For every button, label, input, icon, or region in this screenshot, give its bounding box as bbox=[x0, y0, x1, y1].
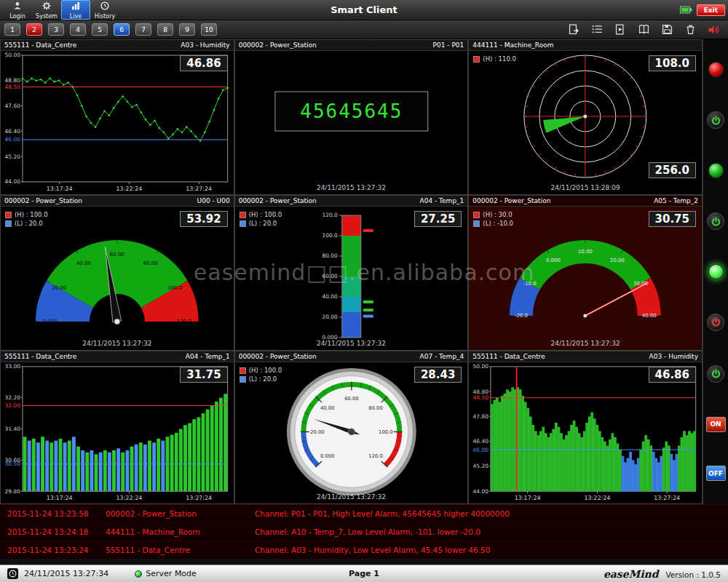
legend-row: (L) : 20.0 bbox=[240, 375, 282, 383]
page-button-5[interactable]: 5 bbox=[92, 23, 108, 36]
toolbar-button-system[interactable]: System bbox=[32, 0, 61, 20]
action-icon-row bbox=[566, 23, 724, 36]
value-readout: 46.86 bbox=[180, 55, 227, 71]
save-icon[interactable] bbox=[660, 23, 674, 36]
page-button-10[interactable]: 10 bbox=[201, 23, 217, 36]
export-icon[interactable] bbox=[566, 23, 581, 36]
page-button-3[interactable]: 3 bbox=[48, 23, 64, 36]
svg-text:-20.0: -20.0 bbox=[515, 313, 528, 319]
toolbar-button-live[interactable]: Live bbox=[61, 0, 90, 20]
panel-2[interactable]: 000002 - Power_StationP01 - P01456456452… bbox=[234, 39, 469, 195]
svg-text:13:27:24: 13:27:24 bbox=[654, 495, 681, 501]
legend-row: (H) : 100.0 bbox=[240, 211, 282, 218]
alarm-row[interactable]: 2015-11-24 13:23:24555111 - Data_CentreC… bbox=[0, 541, 728, 559]
legend-label: (L) : 20.0 bbox=[15, 220, 43, 227]
toolbar-button-label: System bbox=[36, 13, 58, 20]
power-button-2[interactable] bbox=[707, 212, 724, 230]
panel-4[interactable]: 000002 - Power_StationU00 - U000.00020.0… bbox=[0, 195, 234, 351]
panel-station-label: 000002 - Power_Station bbox=[472, 197, 550, 204]
power-button-3[interactable] bbox=[707, 365, 724, 383]
svg-text:-10.0: -10.0 bbox=[523, 281, 537, 287]
digital-chart: 45645645 bbox=[235, 51, 468, 194]
svg-text:0.000: 0.000 bbox=[320, 453, 334, 459]
svg-text:60.00: 60.00 bbox=[322, 273, 338, 279]
svg-text:13:22:24: 13:22:24 bbox=[585, 495, 611, 501]
svg-text:13:17:24: 13:17:24 bbox=[47, 495, 73, 501]
toolbar-button-history[interactable]: History bbox=[90, 0, 119, 20]
toolbar-button-label: Login bbox=[9, 13, 25, 20]
svg-text:20.00: 20.00 bbox=[610, 258, 625, 263]
svg-text:33.00: 33.00 bbox=[5, 363, 21, 370]
panel-channel-label: P01 - P01 bbox=[433, 41, 464, 49]
svg-text:46.00: 46.00 bbox=[5, 136, 21, 143]
panel-3[interactable]: 444111 - Machine_Room(H) : 110.0108.0256… bbox=[468, 39, 703, 195]
svg-text:48.80: 48.80 bbox=[473, 388, 489, 395]
page-button-7[interactable]: 7 bbox=[135, 23, 151, 36]
value-readout: 31.75 bbox=[180, 367, 227, 383]
trash-icon[interactable] bbox=[683, 23, 697, 36]
off-button[interactable]: OFF bbox=[706, 466, 726, 481]
book-icon[interactable] bbox=[636, 23, 651, 36]
panel-station-label: 000002 - Power_Station bbox=[239, 353, 317, 360]
page-button-8[interactable]: 8 bbox=[157, 23, 173, 36]
exit-button[interactable]: Exit bbox=[697, 4, 725, 16]
value-readout: 108.0 bbox=[649, 55, 696, 71]
alarm-row[interactable]: 2015-11-24 13:24:18444111 - Machine_Room… bbox=[0, 523, 728, 541]
version-label: Version : 1.0.5 bbox=[665, 570, 721, 579]
legend-swatch bbox=[473, 220, 480, 227]
panel-channel-label: A05 - Temp_2 bbox=[654, 197, 698, 204]
svg-text:45645645: 45645645 bbox=[300, 100, 403, 122]
legend-row: (L) : 20.0 bbox=[240, 220, 282, 227]
indicator-green-button[interactable] bbox=[708, 163, 724, 178]
toolbar-button-login[interactable]: Login bbox=[3, 0, 32, 20]
panel-station-label: 000002 - Power_Station bbox=[239, 41, 317, 49]
panel-legend: (H) : 100.0(L) : 20.0 bbox=[240, 211, 282, 227]
power-button-1[interactable] bbox=[707, 111, 724, 129]
legend-swatch bbox=[473, 56, 480, 63]
panel-5[interactable]: 000002 - Power_StationA04 - Temp_1120.01… bbox=[234, 195, 469, 351]
panel-9[interactable]: 555111 - Data_CentreA03 - Humidity48.504… bbox=[468, 351, 703, 504]
panel-1[interactable]: 555111 - Data_CentreA03 - Humidity48.504… bbox=[0, 39, 234, 195]
history-icon bbox=[100, 1, 110, 12]
legend-row: (H) : 30.0 bbox=[473, 211, 513, 218]
svg-text:100.0: 100.0 bbox=[167, 285, 182, 291]
panel-6[interactable]: 000002 - Power_StationA05 - Temp_2-20.0-… bbox=[468, 195, 703, 351]
panel-7[interactable]: 555111 - Data_CentreA04 - Temp_132.0030.… bbox=[0, 351, 234, 504]
main-area: 555111 - Data_CentreA03 - Humidity48.504… bbox=[0, 39, 728, 504]
page-button-1[interactable]: 1 bbox=[4, 23, 20, 36]
panel-8[interactable]: 000002 - Power_StationA07 - Temp_40.0002… bbox=[234, 351, 469, 504]
svg-text:44.00: 44.00 bbox=[5, 178, 21, 185]
panel-station-label: 555111 - Data_Centre bbox=[4, 353, 76, 360]
page-button-6[interactable]: 6 bbox=[114, 23, 130, 36]
svg-text:13:17:24: 13:17:24 bbox=[47, 186, 73, 192]
panel-station-label: 000002 - Power_Station bbox=[239, 197, 317, 204]
brand-logo: easeMind bbox=[604, 568, 659, 580]
play-icon[interactable] bbox=[613, 23, 628, 36]
svg-text:40.00: 40.00 bbox=[642, 313, 657, 319]
svg-text:13:27:24: 13:27:24 bbox=[186, 186, 212, 192]
indicator-lit-button[interactable] bbox=[708, 264, 724, 279]
live-icon bbox=[71, 1, 81, 12]
page-button-4[interactable]: 4 bbox=[70, 23, 86, 36]
indicator-red-button[interactable] bbox=[708, 62, 724, 77]
panel-timestamp: 24/11/2015 13:27:32 bbox=[235, 493, 468, 501]
alarm-row[interactable]: 2015-11-24 13:23:58000002 - Power_Statio… bbox=[0, 505, 728, 523]
svg-text:40.00: 40.00 bbox=[76, 260, 91, 266]
panel-body: 32.0030.5033.0032.2031.4030.6029.8013:17… bbox=[1, 362, 234, 503]
list-icon[interactable] bbox=[590, 23, 604, 36]
power-button-red[interactable] bbox=[707, 314, 724, 331]
page-button-9[interactable]: 9 bbox=[179, 23, 195, 36]
alarm-station: 555111 - Data_Centre bbox=[106, 546, 255, 554]
panel-header: 000002 - Power_StationA05 - Temp_2 bbox=[469, 196, 702, 207]
speaker-icon[interactable] bbox=[706, 23, 721, 36]
on-button[interactable]: ON bbox=[706, 417, 726, 432]
svg-text:30.60: 30.60 bbox=[5, 457, 21, 463]
status-bar: 24/11/2015 13:27:34 Server Mode Page 1 e… bbox=[0, 565, 728, 582]
panel-timestamp: 24/11/2015 13:27:32 bbox=[1, 340, 234, 347]
alarm-message: Channel: P01 - P01, High Level Alarm, 45… bbox=[255, 509, 510, 518]
page-button-2[interactable]: 2 bbox=[26, 23, 42, 36]
svg-text:100.0: 100.0 bbox=[379, 429, 392, 435]
panel-header: 555111 - Data_CentreA03 - Humidity bbox=[469, 351, 702, 362]
svg-text:47.60: 47.60 bbox=[473, 413, 489, 420]
panel-body: 120.0100.080.0060.0040.0020.000.000(H) :… bbox=[235, 207, 468, 350]
